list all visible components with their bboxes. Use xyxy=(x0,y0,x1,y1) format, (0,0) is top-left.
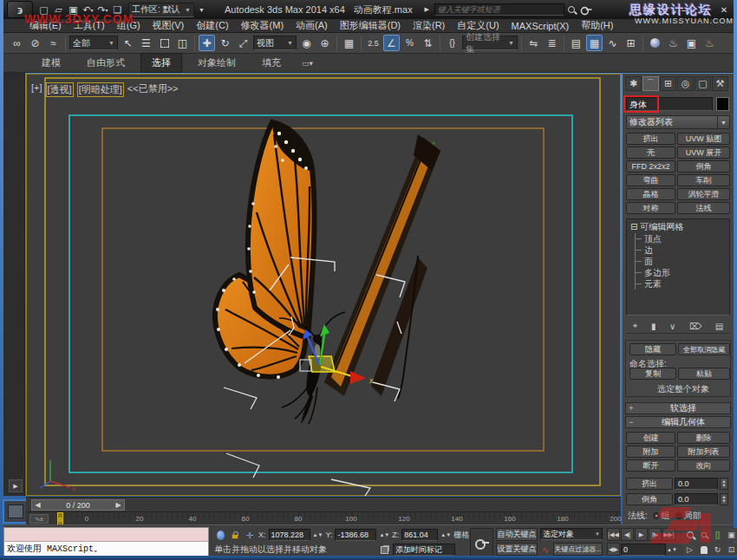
select-rotate-icon[interactable]: ↻ xyxy=(217,35,233,51)
select-and-link-icon[interactable]: ∞ xyxy=(9,35,25,51)
soft-selection-rollout[interactable]: +软选择 xyxy=(625,402,731,414)
maxscript-mini-listener[interactable]: 欢迎使用 MAXScript。 xyxy=(3,527,209,557)
mod-symmetry-button[interactable]: 对称 xyxy=(626,202,675,214)
infocenter-search-input[interactable] xyxy=(434,3,564,16)
select-object-icon[interactable]: ↖ xyxy=(120,35,136,51)
hierarchy-tab-icon[interactable]: ⊞ xyxy=(660,76,676,91)
modify-tab-icon[interactable]: ⌒ xyxy=(642,76,659,91)
menu-rendering[interactable]: 渲染(R) xyxy=(413,19,445,32)
viewport-menu-shading[interactable]: [明暗处理] xyxy=(77,82,124,97)
snaps-toggle-icon[interactable]: 2.5 xyxy=(365,35,382,51)
maximize-viewport-icon[interactable]: ⊡ xyxy=(725,543,737,557)
mod-ffd-button[interactable]: FFD 2x2x2 xyxy=(626,160,675,173)
scene-explorer-icon[interactable]: ▦ xyxy=(586,35,603,51)
gizmo-x-arrowhead[interactable] xyxy=(350,371,366,384)
paste-button[interactable]: 粘贴 xyxy=(678,368,730,380)
selection-set-dropdown[interactable]: 选定对象 ▼ xyxy=(540,528,603,540)
ribbon-minimize-icon[interactable]: ▭▾ xyxy=(302,59,313,68)
select-by-name-icon[interactable]: ☰ xyxy=(138,35,154,51)
menu-modifiers[interactable]: 修改器(M) xyxy=(241,19,284,32)
frame-spinner[interactable]: ▲▼ xyxy=(667,547,677,552)
select-manipulate-icon[interactable]: ⊕ xyxy=(316,35,333,51)
bevel-button[interactable]: 倒角 xyxy=(626,493,673,505)
mod-uvw-map-button[interactable]: UVW 贴图 xyxy=(677,133,730,145)
attach-button[interactable]: 附加 xyxy=(626,446,675,458)
close-button[interactable]: ✕ xyxy=(714,5,734,15)
ribbon-tab-selection[interactable]: 选择 xyxy=(140,53,182,73)
go-to-end-button[interactable]: ▶▶| xyxy=(662,528,675,541)
listener-output-row[interactable]: 欢迎使用 MAXScript。 xyxy=(4,542,208,556)
render-production-icon[interactable]: ♨ xyxy=(701,35,718,51)
selection-filter-dropdown[interactable]: 全部 ▼ xyxy=(69,36,118,50)
track-bar[interactable]: ∿± 0 0 20 40 60 80 100 120 140 160 180 2… xyxy=(26,511,621,524)
viewport-canvas[interactable]: x x xyxy=(26,74,621,496)
menu-help[interactable]: 帮助(H) xyxy=(581,19,613,32)
motion-tab-icon[interactable]: ◎ xyxy=(677,76,694,91)
bevel-spinner[interactable]: ▲▼ xyxy=(720,493,728,505)
create-button[interactable]: 创建 xyxy=(626,432,675,444)
mod-bend-button[interactable]: 弯曲 xyxy=(626,174,675,186)
material-editor-icon[interactable] xyxy=(647,35,663,51)
pan-hand-icon[interactable] xyxy=(697,543,710,557)
viewport-layout-tab[interactable] xyxy=(3,499,29,524)
y-spinner[interactable]: ▲▼ xyxy=(379,532,389,537)
search-flyout-icon[interactable]: ▶ xyxy=(420,3,434,16)
window-crossing-icon[interactable]: ◫ xyxy=(174,35,191,51)
stack-face-row[interactable]: 面 xyxy=(636,256,729,267)
normal-local-radio[interactable]: 局部 xyxy=(675,510,701,522)
mirror-icon[interactable]: ⇋ xyxy=(525,35,542,51)
rect-selection-region-icon[interactable] xyxy=(156,35,173,51)
percent-snap-icon[interactable]: % xyxy=(401,35,418,51)
mod-normal-button[interactable]: 法线 xyxy=(677,202,730,214)
zoom-extents-icon[interactable]: [] xyxy=(711,528,724,542)
time-slider-track[interactable]: ◀ 0 / 200 ▶ xyxy=(26,497,621,511)
status-balloon-icon[interactable] xyxy=(214,529,226,541)
viewport-menu-pov[interactable]: [透视] xyxy=(46,82,74,97)
unhide-all-button[interactable]: 全部取消隐藏 xyxy=(678,343,730,355)
spinner-snap-icon[interactable]: ⇅ xyxy=(420,35,436,51)
use-pivot-center-icon[interactable]: ◉ xyxy=(298,35,315,51)
schematic-view-icon[interactable]: ⊞ xyxy=(623,35,639,51)
extrude-button[interactable]: 挤出 xyxy=(626,478,673,490)
mod-shell-button[interactable]: 壳 xyxy=(626,147,675,159)
next-frame-arrow[interactable]: ▶ xyxy=(113,501,124,509)
z-spinner[interactable]: ▲▼ xyxy=(440,532,451,537)
keyboard-override-icon[interactable]: ▦ xyxy=(341,35,357,51)
display-tab-icon[interactable]: ▢ xyxy=(695,76,711,91)
zoom-extents-all-icon[interactable]: ▣ xyxy=(725,528,737,542)
layout-flyout-button[interactable]: ▶ xyxy=(9,479,23,492)
edit-geometry-rollout[interactable]: −编辑几何体 xyxy=(625,416,731,428)
extrude-spinner[interactable]: ▲▼ xyxy=(720,478,728,490)
y-coordinate-field[interactable]: -1386.68 xyxy=(335,529,376,541)
stack-root-row[interactable]: ⊟ 可编辑网格 xyxy=(630,221,729,233)
modifier-list-dropdown[interactable]: 修改器列表 ▼ xyxy=(626,115,730,129)
select-scale-icon[interactable]: ⤢ xyxy=(235,35,251,51)
curve-editor-icon[interactable]: ∿ xyxy=(604,35,621,51)
ribbon-tab-populate[interactable]: 填充 xyxy=(251,54,291,72)
set-keys-button[interactable] xyxy=(470,528,493,557)
stack-edge-row[interactable]: 边 xyxy=(636,244,729,256)
bevel-value-field[interactable]: 0.0 xyxy=(675,493,718,505)
key-filters-button[interactable]: 关键点过滤器... xyxy=(553,543,603,556)
mini-curve-editor-icon[interactable]: ∿± xyxy=(29,514,49,524)
viewport-menu-general[interactable]: [+] xyxy=(31,82,42,97)
configure-modifier-sets-icon[interactable]: ▤ xyxy=(715,322,723,331)
select-move-icon[interactable]: ✚ xyxy=(199,35,215,51)
menu-graph-editors[interactable]: 图形编辑器(D) xyxy=(340,19,401,32)
field-of-view-icon[interactable]: ▷ xyxy=(683,543,696,557)
mod-turbosmooth-button[interactable]: 涡轮平滑 xyxy=(677,188,730,200)
add-time-tag[interactable]: 添加时间标记 xyxy=(393,544,455,556)
previous-frame-button[interactable]: ◀| xyxy=(621,528,634,541)
current-frame-marker[interactable]: 0 xyxy=(57,512,63,525)
set-key-button[interactable]: 设置关键点 xyxy=(496,543,538,556)
play-button[interactable]: ▶ xyxy=(635,528,648,541)
mod-unwrap-uvw-button[interactable]: UVW 展开 xyxy=(677,147,730,159)
workspace-dropdown[interactable]: 工作区: 默认 ▼ xyxy=(128,3,194,17)
ribbon-tab-freeform[interactable]: 自由形式 xyxy=(76,54,135,72)
selection-lock-icon[interactable] xyxy=(229,529,241,541)
utilities-tab-icon[interactable]: ⚒ xyxy=(712,76,728,91)
copy-button[interactable]: 复制 xyxy=(629,368,676,380)
zoom-icon[interactable] xyxy=(683,528,696,542)
menu-create[interactable]: 创建(C) xyxy=(196,19,228,32)
modifier-stack[interactable]: ⊟ 可编辑网格 顶点 边 面 多边形 元素 xyxy=(626,218,730,316)
